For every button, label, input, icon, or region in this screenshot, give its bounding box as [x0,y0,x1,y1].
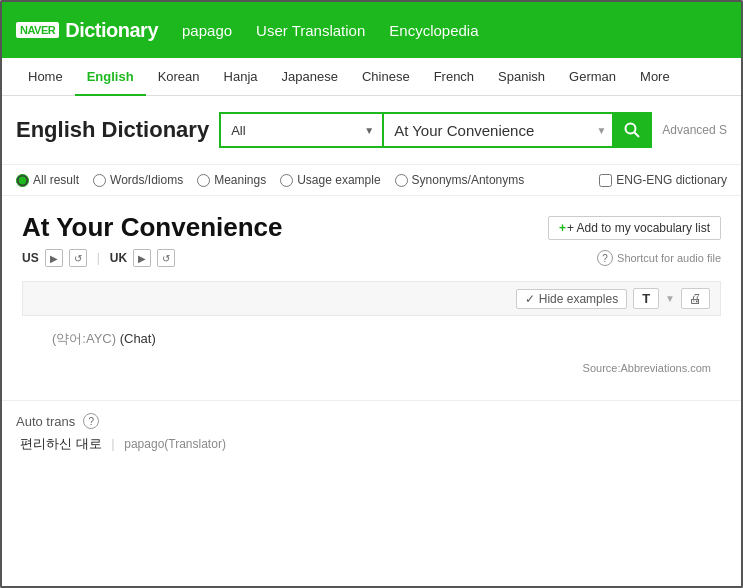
uk-audio-play-icon[interactable]: ▶ [133,249,151,267]
word-header: ++ Add to my vocabulary list At Your Con… [22,212,721,243]
add-to-vocabulary-button[interactable]: ++ Add to my vocabulary list [548,216,721,240]
chat-text: (Chat) [120,331,156,346]
shortcut-label: Shortcut for audio file [617,252,721,264]
auto-translation-section: Auto trans ? 편리하신 대로 | papago(Translator… [2,400,741,465]
filter-words-idioms[interactable]: Words/Idioms [93,173,183,187]
user-translation-link[interactable]: User Translation [256,22,365,39]
print-button[interactable]: 🖨 [681,288,710,309]
auto-trans-label: Auto trans [16,414,75,429]
search-button[interactable] [612,112,652,148]
us-audio-play-icon[interactable]: ▶ [45,249,63,267]
nav-chinese[interactable]: Chinese [350,58,422,96]
advanced-search-link[interactable]: Advanced S [662,123,727,137]
nav-japanese[interactable]: Japanese [270,58,350,96]
nav-french[interactable]: French [422,58,486,96]
us-label: US [22,251,39,265]
word-actions: ++ Add to my vocabulary list [548,216,721,240]
search-input-wrap: ▼ [382,112,612,148]
auto-trans-row: Auto trans ? [16,413,727,429]
naver-logo: NAVER [16,22,59,38]
main-window: NAVER Dictionary papago User Translation… [0,0,743,588]
main-content: ++ Add to my vocabulary list At Your Con… [2,196,741,400]
shortcut-help-icon[interactable]: ? [597,250,613,266]
us-audio-repeat-icon[interactable]: ↺ [69,249,87,267]
auto-trans-translation: 편리하신 대로 | papago(Translator) [16,435,727,453]
nav-home[interactable]: Home [16,58,75,96]
pronunciation-row: US ▶ ↺ | UK ▶ ↺ ? Shortcut for audio fil… [22,249,721,267]
search-area: English Dictionary All Words/Idioms Mean… [2,96,741,165]
result-toolbar: ✓ Hide examples T ▼ 🖨 [22,281,721,316]
print-icon: 🖨 [689,291,702,306]
page-title: English Dictionary [16,117,209,143]
abbr-label: (약어:AYC) [52,331,116,346]
definition-area: (약어:AYC) (Chat) [22,316,721,354]
encyclopedia-link[interactable]: Encyclopedia [389,22,478,39]
plus-icon: + [559,221,566,235]
filter-row: All result Words/Idioms Meanings Usage e… [2,165,741,196]
nav-english[interactable]: English [75,58,146,96]
svg-line-1 [635,133,640,138]
font-size-button[interactable]: T [633,288,659,309]
filter-synonyms[interactable]: Synonyms/Antonyms [395,173,525,187]
filter-all-result[interactable]: All result [16,173,79,187]
search-icon [623,121,641,139]
svg-point-0 [626,124,636,134]
papago-link[interactable]: papago [182,22,232,39]
uk-audio-repeat-icon[interactable]: ↺ [157,249,175,267]
secondary-navigation: Home English Korean Hanja Japanese Chine… [2,58,741,96]
search-category-select[interactable]: All Words/Idioms Meanings Usage example … [219,112,382,148]
nav-hanja[interactable]: Hanja [212,58,270,96]
shortcut-info: ? Shortcut for audio file [597,250,721,266]
logo-area: NAVER Dictionary [16,19,158,42]
search-input[interactable] [382,112,612,148]
nav-spanish[interactable]: Spanish [486,58,557,96]
dict-logo: Dictionary [65,19,158,42]
hide-examples-button[interactable]: ✓ Hide examples [516,289,627,309]
nav-korean[interactable]: Korean [146,58,212,96]
nav-more[interactable]: More [628,58,682,96]
pronunciation-divider: | [97,251,100,265]
top-navigation: NAVER Dictionary papago User Translation… [2,2,741,58]
translation-divider: | [111,436,114,451]
translated-text: 편리하신 대로 [20,436,102,451]
filter-eng-eng-checkbox[interactable]: ENG-ENG dictionary [599,173,727,187]
filter-usage-example[interactable]: Usage example [280,173,380,187]
source-line: Source:Abbreviations.com [22,354,721,384]
auto-trans-help-icon[interactable]: ? [83,413,99,429]
font-size-dropdown-icon: ▼ [665,293,675,304]
filter-meanings[interactable]: Meanings [197,173,266,187]
search-category-select-wrap: All Words/Idioms Meanings Usage example … [219,112,382,148]
translation-source: papago(Translator) [124,437,226,451]
nav-german[interactable]: German [557,58,628,96]
uk-label: UK [110,251,127,265]
search-controls: All Words/Idioms Meanings Usage example … [219,112,652,148]
abbreviation-text: (약어:AYC) (Chat) [52,331,156,346]
